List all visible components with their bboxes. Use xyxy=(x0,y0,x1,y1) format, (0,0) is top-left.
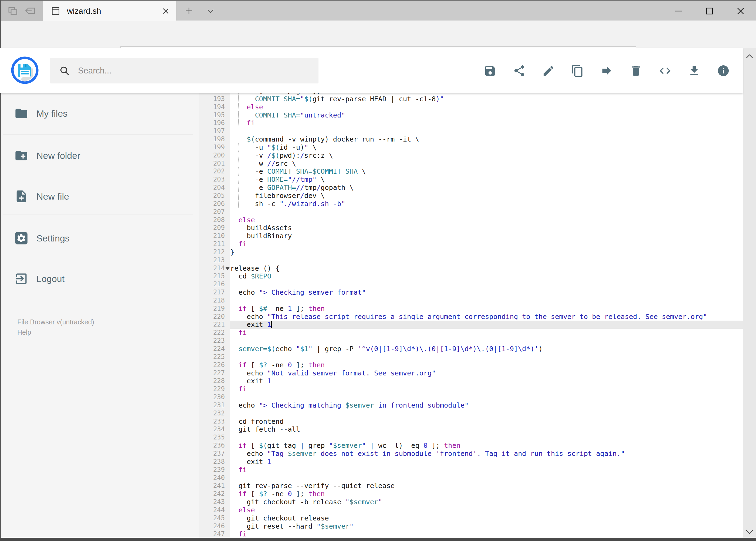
sidebar-item-settings[interactable]: Settings xyxy=(0,222,199,255)
code-line[interactable]: 204 -e GOPATH=//tmp/gopath \ xyxy=(199,184,743,192)
code-text: semver=$(echo "$1" | grep -P '^v(0|[1-9]… xyxy=(230,345,543,353)
code-editor[interactable]: 192 if [ -d ../.git ]; then193 COMMIT_SH… xyxy=(199,93,743,538)
code-line[interactable]: 236 if [ $(git tag | grep "$semver" | wc… xyxy=(199,442,743,450)
code-line[interactable]: 206 sh -c "./wizard.sh -b" xyxy=(199,200,743,208)
code-line[interactable]: 223 xyxy=(199,337,743,345)
code-line[interactable]: 231 echo "> Checking matching $semver in… xyxy=(199,401,743,409)
new-tab-icon[interactable] xyxy=(183,5,194,16)
code-line[interactable]: 196 fi xyxy=(199,119,743,127)
code-line[interactable]: 224 semver=$(echo "$1" | grep -P '^v(0|[… xyxy=(199,345,743,353)
code-line[interactable]: 209 buildAssets xyxy=(199,224,743,232)
code-line[interactable]: 242 if [ $? -ne 0 ]; then xyxy=(199,490,743,498)
code-line[interactable]: 247 fi xyxy=(199,530,743,538)
minimize-icon[interactable] xyxy=(663,1,694,21)
settings-gear-icon xyxy=(14,231,28,245)
code-icon[interactable] xyxy=(658,64,671,77)
code-line[interactable]: 239 fi xyxy=(199,466,743,474)
sidebar-item-my-files[interactable]: My files xyxy=(0,97,199,130)
code-text: exit 1 xyxy=(230,458,271,466)
code-line[interactable]: 232 xyxy=(199,409,743,417)
filebrowser-logo[interactable] xyxy=(11,56,39,84)
code-line[interactable]: 240 xyxy=(199,474,743,482)
search-box[interactable] xyxy=(50,58,319,84)
sidebar-item-new-file[interactable]: New file xyxy=(0,180,199,213)
code-line[interactable]: 192 if [ -d ../.git ]; then xyxy=(199,93,743,95)
line-number: 197 xyxy=(199,127,225,135)
fold-marker-icon[interactable] xyxy=(225,267,230,270)
code-line[interactable]: 235 xyxy=(199,433,743,442)
sidebar-item-logout[interactable]: Logout xyxy=(0,263,199,295)
code-line[interactable]: 212} xyxy=(199,248,743,256)
code-line[interactable]: 230 xyxy=(199,393,743,401)
code-line[interactable]: 218 xyxy=(199,296,743,305)
code-line[interactable]: 211 fi xyxy=(199,240,743,248)
code-line[interactable]: 193 COMMIT_SHA="$(git rev-parse HEAD | c… xyxy=(199,95,743,103)
help-link[interactable]: Help xyxy=(17,328,31,336)
page-scrollbar[interactable] xyxy=(743,48,756,541)
close-tab-icon[interactable] xyxy=(162,7,170,15)
code-line[interactable]: 237 echo "Tag $semver does not exist in … xyxy=(199,450,743,458)
code-line[interactable]: 241 git rev-parse --verify --quiet relea… xyxy=(199,482,743,490)
save-icon[interactable] xyxy=(484,64,497,77)
code-line[interactable]: 246 git reset --hard "$semver" xyxy=(199,522,743,530)
code-line[interactable]: 227 echo "Not valid semver format. See s… xyxy=(199,369,743,377)
window-close-icon[interactable] xyxy=(725,1,756,21)
code-line[interactable]: 213 xyxy=(199,256,743,265)
code-line[interactable]: 210 buildBinary xyxy=(199,232,743,240)
tab-preview-chevron-icon[interactable] xyxy=(205,7,216,15)
code-line[interactable]: 198 $(command -v winpty) docker run --rm… xyxy=(199,135,743,144)
code-line[interactable]: 197 xyxy=(199,127,743,135)
share2-icon[interactable] xyxy=(513,64,526,77)
code-line[interactable]: 226 if [ $? -ne 0 ]; then xyxy=(199,361,743,369)
code-line[interactable]: 200 -v /$(pwd):/src:z \ xyxy=(199,152,743,160)
code-line[interactable]: 221 exit 1 xyxy=(199,320,743,329)
browser-tab[interactable]: wizard.sh xyxy=(43,1,176,21)
trash-icon[interactable] xyxy=(630,64,642,77)
code-line[interactable]: 243 git checkout -b release "$semver" xyxy=(199,498,743,506)
move-arrow-icon[interactable] xyxy=(600,64,613,77)
code-line[interactable]: 225 xyxy=(199,353,743,361)
code-line[interactable]: 208 else xyxy=(199,216,743,224)
code-line[interactable]: 195 COMMIT_SHA="untracked" xyxy=(199,111,743,119)
code-line[interactable]: 215 cd $REPO xyxy=(199,272,743,280)
code-text: else xyxy=(230,103,263,111)
set-tabs-aside-icon[interactable] xyxy=(6,5,19,17)
code-line[interactable]: 245 git checkout release xyxy=(199,514,743,522)
code-line[interactable]: 203 -e HOME="//tmp" \ xyxy=(199,176,743,184)
code-line[interactable]: 214release () { xyxy=(199,265,743,272)
line-number: 231 xyxy=(199,401,225,409)
search-input[interactable] xyxy=(78,66,294,76)
code-line[interactable]: 229 fi xyxy=(199,385,743,393)
maximize-icon[interactable] xyxy=(694,1,725,21)
code-line[interactable]: 228 exit 1 xyxy=(199,377,743,385)
code-line[interactable]: 222 fi xyxy=(199,329,743,337)
info-icon[interactable] xyxy=(717,64,730,77)
line-number: 198 xyxy=(199,135,225,144)
line-number: 225 xyxy=(199,353,225,361)
scroll-up-icon[interactable] xyxy=(745,53,754,60)
code-line[interactable]: 219 if [ $# -ne 1 ]; then xyxy=(199,305,743,313)
tabs-set-aside-icon[interactable] xyxy=(24,5,36,17)
copy-icon[interactable] xyxy=(571,64,584,77)
code-text: fi xyxy=(230,530,247,538)
code-line[interactable]: 220 echo "This release script requires a… xyxy=(199,313,743,321)
code-line[interactable]: 207 xyxy=(199,208,743,216)
code-line[interactable]: 194 else xyxy=(199,103,743,111)
code-line[interactable]: 244 else xyxy=(199,506,743,514)
code-line[interactable]: 199 -u "$(id -u)" \ xyxy=(199,144,743,152)
code-line[interactable]: 238 exit 1 xyxy=(199,458,743,466)
code-line[interactable]: 234 git fetch --all xyxy=(199,425,743,433)
code-line[interactable]: 205 filebrowser/dev \ xyxy=(199,192,743,200)
sidebar-item-new-folder[interactable]: New folder xyxy=(0,139,199,172)
code-line[interactable]: 202 -e COMMIT_SHA=$COMMIT_SHA \ xyxy=(199,168,743,176)
line-number: 215 xyxy=(199,272,225,280)
code-line[interactable]: 201 -w //src \ xyxy=(199,160,743,168)
code-line[interactable]: 216 xyxy=(199,280,743,288)
code-line[interactable]: 233 cd frontend xyxy=(199,417,743,426)
code-line[interactable]: 217 echo "> Checking semver format" xyxy=(199,288,743,296)
pencil-icon[interactable] xyxy=(542,64,555,77)
scroll-down-icon[interactable] xyxy=(745,528,754,535)
code-text: release () { xyxy=(230,265,280,272)
line-number: 221 xyxy=(199,320,225,329)
download-icon[interactable] xyxy=(688,64,701,77)
